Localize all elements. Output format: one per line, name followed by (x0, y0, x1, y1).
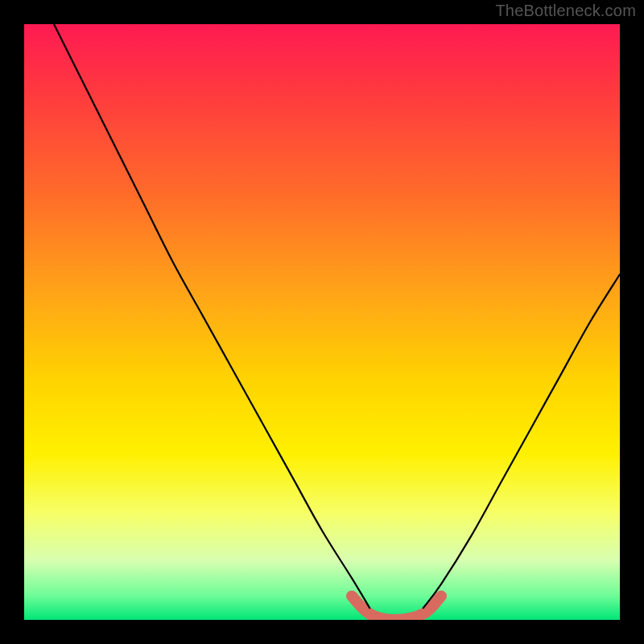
chart-stage: TheBottleneck.com (0, 0, 644, 644)
watermark-link[interactable]: TheBottleneck.com (495, 2, 636, 20)
plot-area (24, 24, 620, 620)
bottleneck-curve-right (423, 275, 620, 608)
curve-layer (24, 24, 620, 620)
bottleneck-curve-left (54, 24, 369, 608)
